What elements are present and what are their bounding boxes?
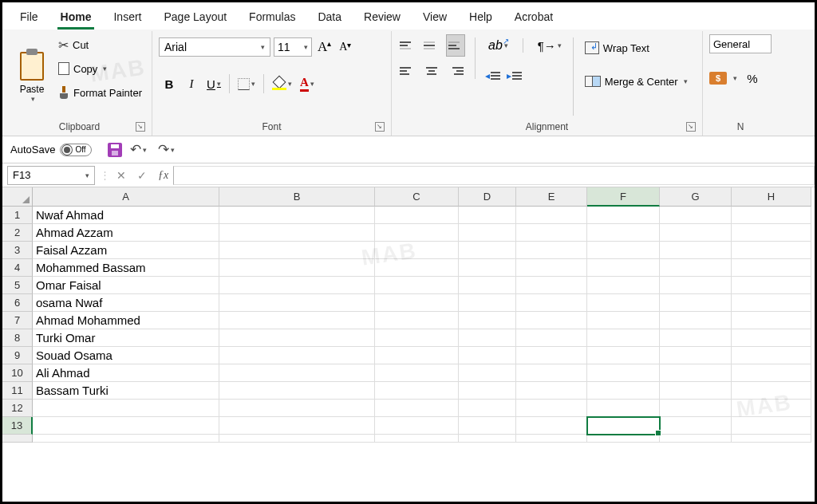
cell-B3[interactable] xyxy=(219,242,375,259)
tab-help[interactable]: Help xyxy=(458,7,503,30)
cell-C6[interactable] xyxy=(375,294,459,312)
column-header-A[interactable]: A xyxy=(33,187,219,207)
cell-H5[interactable] xyxy=(732,277,811,294)
cell-F3[interactable] xyxy=(587,242,660,259)
align-top-button[interactable] xyxy=(398,34,417,57)
cell-A9[interactable]: Souad Osama xyxy=(33,347,219,364)
cell-E13[interactable] xyxy=(516,417,587,435)
align-bottom-button[interactable] xyxy=(446,34,465,57)
wrap-text-button[interactable]: Wrap Text xyxy=(582,37,691,58)
percent-button[interactable]: % xyxy=(742,68,763,89)
cell-E8[interactable] xyxy=(516,329,587,347)
font-name-select[interactable]: Arial ▾ xyxy=(159,37,270,57)
cell-F4[interactable] xyxy=(587,259,660,277)
cell-E9[interactable] xyxy=(516,347,587,364)
cell-E14[interactable] xyxy=(516,435,587,443)
tab-view[interactable]: View xyxy=(412,7,458,30)
cancel-formula-button[interactable]: ✕ xyxy=(112,167,131,184)
cell-G10[interactable] xyxy=(660,364,732,382)
tab-review[interactable]: Review xyxy=(353,7,412,30)
fill-color-button[interactable]: ▾ xyxy=(269,73,295,94)
tab-data[interactable]: Data xyxy=(306,7,353,30)
cell-B13[interactable] xyxy=(219,417,375,435)
paste-button[interactable]: Paste ▾ xyxy=(14,34,50,106)
row-header-11[interactable]: 11 xyxy=(2,382,33,400)
cell-D2[interactable] xyxy=(459,224,516,242)
decrease-indent-button[interactable]: ◂ xyxy=(485,70,500,81)
orientation-button[interactable]: ab▾ xyxy=(485,35,511,56)
cell-F6[interactable] xyxy=(587,294,660,312)
cell-B9[interactable] xyxy=(219,347,375,364)
row-header-14[interactable] xyxy=(2,435,33,443)
cell-E10[interactable] xyxy=(516,364,587,382)
tab-acrobat[interactable]: Acrobat xyxy=(503,7,564,30)
cell-H14[interactable] xyxy=(732,435,811,443)
borders-button[interactable]: ▾ xyxy=(235,73,259,94)
cell-H1[interactable] xyxy=(732,207,811,224)
column-header-H[interactable]: H xyxy=(732,187,811,207)
select-all-corner[interactable] xyxy=(2,187,33,207)
cell-B6[interactable] xyxy=(219,294,375,312)
row-header-9[interactable]: 9 xyxy=(2,347,33,364)
row-header-5[interactable]: 5 xyxy=(2,277,33,294)
font-launcher[interactable]: ↘ xyxy=(375,122,385,132)
cell-C12[interactable] xyxy=(375,400,459,417)
undo-button[interactable]: ↶▾ xyxy=(127,140,150,160)
row-header-7[interactable]: 7 xyxy=(2,312,33,329)
cell-F12[interactable] xyxy=(587,400,660,417)
cell-G3[interactable] xyxy=(660,242,732,259)
cell-C13[interactable] xyxy=(375,417,459,435)
cell-C2[interactable] xyxy=(375,224,459,242)
fx-icon[interactable]: ƒx xyxy=(158,169,168,182)
cell-G5[interactable] xyxy=(660,277,732,294)
cell-A6[interactable]: osama Nwaf xyxy=(33,294,219,312)
alignment-launcher[interactable]: ↘ xyxy=(686,122,696,132)
cell-A7[interactable]: Ahmad Mohammed xyxy=(33,312,219,329)
cut-button[interactable]: ✂ Cut xyxy=(55,34,145,55)
cell-E3[interactable] xyxy=(516,242,587,259)
cell-B5[interactable] xyxy=(219,277,375,294)
enter-formula-button[interactable]: ✓ xyxy=(132,167,152,184)
cell-H6[interactable] xyxy=(732,294,811,312)
row-header-10[interactable]: 10 xyxy=(2,364,33,382)
cell-C11[interactable] xyxy=(375,382,459,400)
cell-B14[interactable] xyxy=(219,435,375,443)
cell-A5[interactable]: Omar Faisal xyxy=(33,277,219,294)
cell-D3[interactable] xyxy=(459,242,516,259)
tab-home[interactable]: Home xyxy=(49,7,103,30)
cell-A14[interactable] xyxy=(33,435,219,443)
cell-G4[interactable] xyxy=(660,259,732,277)
increase-font-button[interactable]: A▴ xyxy=(315,39,334,55)
cell-H13[interactable] xyxy=(732,417,811,435)
redo-button[interactable]: ↷▾ xyxy=(155,140,178,160)
cell-A12[interactable] xyxy=(33,400,219,417)
cell-C4[interactable] xyxy=(375,259,459,277)
cell-H9[interactable] xyxy=(732,347,811,364)
cell-E11[interactable] xyxy=(516,382,587,400)
cell-B2[interactable] xyxy=(219,224,375,242)
cell-H3[interactable] xyxy=(732,242,811,259)
cell-A13[interactable] xyxy=(33,417,219,435)
cell-G13[interactable] xyxy=(660,417,732,435)
decrease-font-button[interactable]: A▾ xyxy=(337,41,353,53)
cell-A2[interactable]: Ahmad Azzam xyxy=(33,224,219,242)
align-right-button[interactable] xyxy=(446,60,465,82)
cell-F9[interactable] xyxy=(587,347,660,364)
row-header-2[interactable]: 2 xyxy=(2,224,33,242)
row-header-4[interactable]: 4 xyxy=(2,259,33,277)
cell-D5[interactable] xyxy=(459,277,516,294)
cell-A8[interactable]: Turki Omar xyxy=(33,329,219,347)
column-header-G[interactable]: G xyxy=(660,187,732,207)
cell-D12[interactable] xyxy=(459,400,516,417)
cell-C3[interactable] xyxy=(375,242,459,259)
cell-F10[interactable] xyxy=(587,364,660,382)
cell-D8[interactable] xyxy=(459,329,516,347)
formula-input[interactable] xyxy=(173,166,815,185)
cell-C8[interactable] xyxy=(375,329,459,347)
cell-F5[interactable] xyxy=(587,277,660,294)
cell-C10[interactable] xyxy=(375,364,459,382)
italic-button[interactable]: I xyxy=(181,73,202,94)
number-format-select[interactable]: General xyxy=(709,34,772,53)
cell-A11[interactable]: Bassam Turki xyxy=(33,382,219,400)
copy-button[interactable]: Copy ▾ xyxy=(55,58,145,79)
